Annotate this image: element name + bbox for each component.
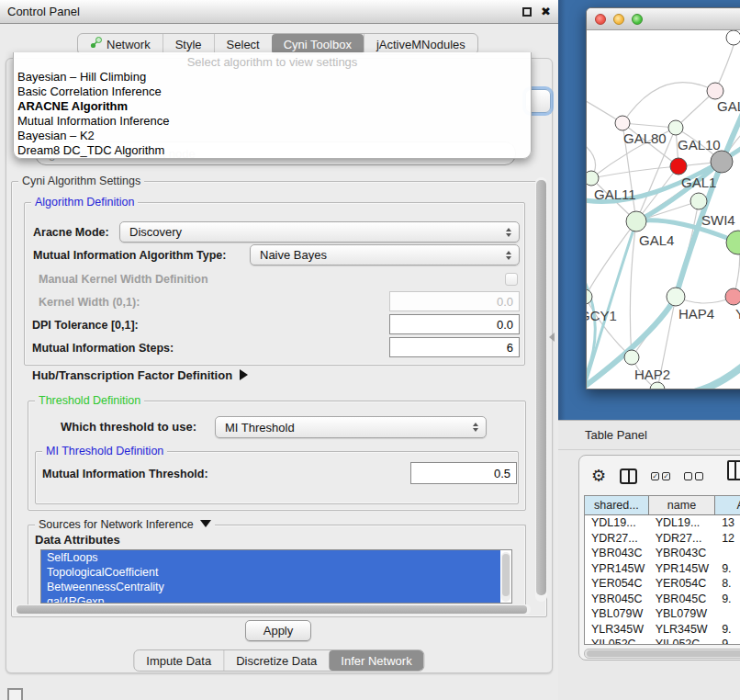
- tab-jactivemnodules[interactable]: jActiveMNodules: [364, 34, 477, 54]
- attribute-item-selected[interactable]: TopologicalCoefficient: [41, 565, 500, 580]
- settings-vertical-thumb[interactable]: [536, 180, 546, 595]
- panel-divider-handle[interactable]: [549, 333, 555, 342]
- network-node-gal10[interactable]: [668, 120, 683, 135]
- algorithm-list: Bayesian – Hill ClimbingBasic Correlatio…: [14, 70, 531, 158]
- table-row[interactable]: YBR043CYBR043C: [585, 546, 740, 561]
- column-header[interactable]: A: [715, 496, 740, 515]
- kernel-width-field[interactable]: [389, 291, 520, 311]
- attribute-item-selected[interactable]: SelfLoops: [41, 550, 500, 565]
- algorithm-option[interactable]: Bayesian – Hill Climbing: [14, 70, 531, 85]
- tab-cyni-toolbox[interactable]: Cyni Toolbox: [272, 34, 364, 54]
- table-row[interactable]: YDR27...YDR27...12: [585, 531, 740, 547]
- table-row[interactable]: YDL19...YDL19...13: [585, 515, 740, 531]
- table-cell: YPR145W: [649, 562, 715, 575]
- unchecked-boxes-icon[interactable]: [684, 472, 703, 480]
- close-traffic-icon[interactable]: [595, 14, 606, 25]
- network-node-hap4[interactable]: [667, 288, 685, 306]
- tab-label: Network: [107, 38, 151, 51]
- algorithm-option[interactable]: ARACNE Algorithm: [14, 99, 531, 114]
- tab-label: Cyni Toolbox: [284, 38, 352, 51]
- attribute-item-selected[interactable]: BetweennessCentrality: [41, 580, 500, 594]
- node-label: GAL: [717, 98, 740, 114]
- table-horizontal-scrollbar[interactable]: [584, 649, 740, 659]
- network-edge: [622, 83, 715, 123]
- algorithm-option[interactable]: Bayesian – K2: [14, 129, 531, 143]
- float-window-icon[interactable]: [522, 7, 532, 17]
- tab-discretize-data[interactable]: Discretize Data: [223, 650, 329, 671]
- hub-definition-expander[interactable]: Hub/Transcription Factor Definition: [32, 368, 248, 382]
- network-node-gal11[interactable]: [587, 171, 599, 186]
- table-row[interactable]: YER054CYER054C8.: [585, 576, 740, 592]
- list-scrollbar-thumb[interactable]: [502, 554, 510, 596]
- network-node[interactable]: [650, 382, 665, 390]
- network-window-titlebar: [587, 8, 740, 30]
- table-cell: 12: [715, 532, 740, 545]
- mi-threshold-field[interactable]: [410, 462, 517, 484]
- settings-horizontal-thumb[interactable]: [17, 605, 527, 614]
- network-node[interactable]: [726, 231, 740, 254]
- unchecked-box: [684, 472, 692, 480]
- unchecked-box: [695, 472, 703, 480]
- tab-select[interactable]: Select: [214, 34, 272, 54]
- tab-infer-network[interactable]: Infer Network: [329, 650, 423, 671]
- column-header[interactable]: shared...: [585, 496, 649, 515]
- list-scrollbar[interactable]: [501, 552, 510, 602]
- network-edge: [587, 221, 636, 297]
- table-row[interactable]: YBL079WYBL079W: [585, 606, 740, 622]
- network-canvas[interactable]: GALGAL80GAL10GAL1GAL11SWI4GAL4HAP4YGCY1H…: [587, 30, 740, 390]
- which-threshold-value: MI Threshold: [216, 421, 469, 435]
- table-cell: YER054C: [649, 577, 715, 590]
- manual-kernel-checkbox[interactable]: [505, 273, 518, 286]
- table-icon[interactable]: [727, 460, 740, 480]
- table-header-row: shared...nameA: [585, 496, 740, 515]
- columns-icon[interactable]: [620, 469, 637, 484]
- algorithm-option[interactable]: Mutual Information Inference: [14, 114, 531, 129]
- table-rows: YDL19...YDL19...13YDR27...YDR27...12YBR0…: [585, 515, 740, 645]
- table-row[interactable]: YBR045CYBR045C9.: [585, 592, 740, 607]
- network-node-hap2[interactable]: [624, 350, 639, 365]
- minimized-panel-icon[interactable]: [7, 688, 23, 700]
- tab-impute-data[interactable]: Impute Data: [134, 650, 223, 671]
- tab-network[interactable]: Network: [78, 34, 163, 54]
- mi-type-value: Naive Bayes: [251, 248, 502, 262]
- algorithm-definition-title: Algorithm Definition: [31, 196, 138, 209]
- close-icon[interactable]: ✖: [541, 7, 551, 17]
- gear-icon[interactable]: ⚙: [591, 467, 606, 485]
- sources-group-title[interactable]: Sources for Network Inference: [35, 518, 215, 531]
- network-node-y[interactable]: [725, 288, 740, 305]
- mi-type-combo[interactable]: Naive Bayes: [250, 244, 520, 265]
- network-node-gal[interactable]: [707, 83, 723, 99]
- node-label: GCY1: [587, 308, 617, 323]
- network-node[interactable]: [726, 30, 740, 45]
- network-view-window[interactable]: GALGAL80GAL10GAL1GAL11SWI4GAL4HAP4YGCY1H…: [586, 7, 740, 390]
- algorithm-placeholder: Select algorithm to view settings: [14, 54, 531, 70]
- which-threshold-combo[interactable]: MI Threshold: [215, 416, 487, 438]
- network-node-gal1[interactable]: [670, 158, 687, 175]
- dpi-tolerance-field[interactable]: [389, 314, 520, 334]
- combo-arrows-icon: [502, 228, 515, 237]
- table-cell: 13: [715, 516, 740, 529]
- algorithm-option[interactable]: Dream8 DC_TDC Algorithm: [14, 143, 531, 158]
- table-row[interactable]: YPR145WYPR145W9.: [585, 561, 740, 577]
- zoom-traffic-icon[interactable]: [632, 14, 643, 25]
- apply-button[interactable]: Apply: [245, 620, 311, 641]
- table-row[interactable]: YIL052CYIL052C9: [585, 637, 740, 645]
- table-row[interactable]: YLR345WYLR345W9.: [585, 622, 740, 638]
- column-header[interactable]: name: [649, 496, 716, 515]
- network-node-gal80[interactable]: [615, 116, 630, 130]
- attribute-item-selected[interactable]: gal4RGexp: [41, 594, 500, 604]
- table-horizontal-thumb[interactable]: [587, 650, 740, 657]
- network-icon: [90, 37, 102, 51]
- mi-steps-field[interactable]: [389, 337, 520, 357]
- tab-label: jActiveMNodules: [376, 38, 465, 51]
- checked-boxes-icon[interactable]: ✓✓: [651, 472, 670, 480]
- network-node-swi4[interactable]: [690, 193, 707, 209]
- tab-style[interactable]: Style: [163, 34, 214, 54]
- table-cell: YLR345W: [585, 623, 649, 636]
- aracne-mode-combo[interactable]: Discovery: [119, 221, 520, 243]
- network-node[interactable]: [711, 151, 733, 173]
- data-attributes-label: Data Attributes: [35, 533, 120, 547]
- minimize-traffic-icon[interactable]: [613, 14, 624, 25]
- network-node-gal4[interactable]: [626, 211, 646, 231]
- algorithm-option[interactable]: Basic Correlation Inference: [14, 85, 531, 99]
